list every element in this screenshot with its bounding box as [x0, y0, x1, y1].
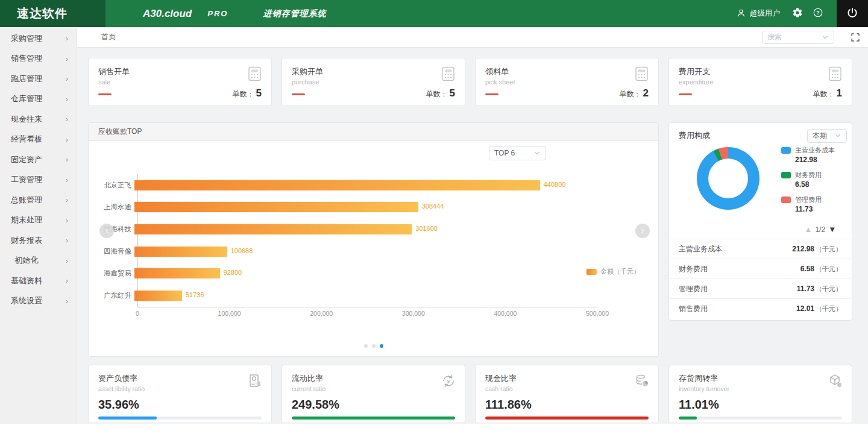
- top-filter-select[interactable]: TOP 6: [489, 146, 546, 160]
- chevron-down-icon: [822, 34, 829, 41]
- fullscreen-button[interactable]: [850, 32, 861, 43]
- bar[interactable]: [134, 180, 540, 190]
- kpi-card[interactable]: 资产负债率asset libility ratio35.96%: [88, 365, 272, 423]
- legend-swatch: [587, 269, 597, 275]
- expense-row: 管理费用11.73（千元）: [669, 279, 852, 299]
- sidebar-item[interactable]: 工资管理›: [0, 170, 77, 190]
- carousel-dot[interactable]: [364, 344, 368, 348]
- donut-legend-item[interactable]: 主营业务成本212.98: [781, 146, 835, 164]
- expense-panel: 费用构成 本期 主营业务成本212.98财务费用6.58管理费用11.73: [668, 122, 852, 321]
- chevron-right-icon: ›: [66, 297, 68, 306]
- kpi-value: 35.96%: [98, 398, 262, 412]
- help-button[interactable]: ?: [808, 0, 828, 27]
- stat-card[interactable]: 领料单pick sheet单数：2: [475, 58, 659, 106]
- svg-text:¥: ¥: [446, 379, 450, 385]
- sidebar-item[interactable]: 初始化›: [0, 251, 77, 271]
- count-value: 5: [256, 87, 262, 99]
- donut-legend-item[interactable]: 财务费用6.58: [781, 171, 835, 189]
- kpi-title: 存货周转率: [679, 373, 842, 384]
- donut-legend-item[interactable]: 管理费用11.73: [781, 195, 835, 213]
- user-icon: [736, 8, 746, 20]
- chevron-right-icon: ›: [66, 95, 68, 104]
- kpi-card[interactable]: 存货周转率inventory turnover11.01%: [668, 365, 852, 423]
- sidebar-item[interactable]: 采购管理›: [0, 28, 77, 49]
- pager-down-icon[interactable]: ▼: [828, 225, 836, 234]
- bar[interactable]: [134, 202, 418, 212]
- sidebar-item[interactable]: 基础资料›: [0, 271, 77, 291]
- x-axis-line: [137, 307, 597, 307]
- count-value: 5: [450, 87, 455, 99]
- bar[interactable]: [134, 224, 412, 234]
- sidebar-item[interactable]: 期末处理›: [0, 210, 77, 231]
- chevron-right-icon: ›: [66, 54, 68, 63]
- kpi-cards-row: 资产负债率asset libility ratio35.96%流动比率curre…: [88, 365, 852, 423]
- x-axis-tick: 300,000: [402, 310, 425, 317]
- breadcrumb[interactable]: 首页: [101, 32, 116, 42]
- kpi-card[interactable]: 流动比率current ratio¥249.58%: [281, 365, 465, 423]
- period-select[interactable]: 本期: [807, 129, 847, 143]
- bar-category-label: 广东红升: [98, 291, 134, 300]
- cash-ratio-icon: [634, 373, 650, 391]
- carousel-next-button[interactable]: ›: [635, 224, 650, 238]
- breadcrumb-bar: 首页 搜索: [77, 27, 868, 48]
- x-axis-tick: 100,000: [218, 310, 241, 317]
- kpi-card[interactable]: 现金比率cash ratio111.86%: [475, 365, 659, 423]
- fullscreen-icon: [851, 33, 860, 42]
- expense-row: 销售费用12.01（千元）: [669, 299, 852, 319]
- sidebar-item[interactable]: 销售管理›: [0, 49, 77, 69]
- sidebar-item[interactable]: 系统设置›: [0, 291, 77, 312]
- kpi-title: 现金比率: [485, 373, 649, 384]
- kpi-progress-fill: [98, 417, 157, 420]
- count-value: 2: [643, 87, 649, 99]
- bar-row: 洪海科技301600: [98, 218, 594, 241]
- search-input[interactable]: 搜索: [762, 31, 834, 44]
- sidebar-item[interactable]: 仓库管理›: [0, 89, 77, 110]
- carousel-dot[interactable]: [380, 344, 383, 348]
- sidebar-item[interactable]: 跑店管理›: [0, 69, 77, 89]
- x-axis-tick: 0: [136, 310, 139, 317]
- kpi-value: 11.01%: [679, 398, 842, 412]
- top-header: 速达软件 A30.cloud PRO 进销存管理系统 超级用户 ?: [0, 0, 868, 27]
- sidebar-item-label: 经营看板: [7, 134, 46, 145]
- sidebar-item[interactable]: 经营看板›: [0, 130, 77, 150]
- sidebar-item[interactable]: 财务报表›: [0, 230, 77, 251]
- sidebar-item[interactable]: 固定资产›: [0, 149, 77, 170]
- expense-value: 6.58: [800, 265, 814, 273]
- expense-donut-area: 主营业务成本212.98财务费用6.58管理费用11.73 ▲ 1/2 ▼: [669, 143, 852, 234]
- chevron-right-icon: ›: [66, 155, 68, 164]
- chevron-right-icon: ›: [66, 216, 68, 225]
- stat-card-subtitle: sale: [98, 78, 262, 86]
- calculator-icon: [634, 66, 650, 84]
- user-menu[interactable]: 超级用户: [736, 8, 780, 20]
- chevron-right-icon: ›: [66, 135, 68, 144]
- legend-swatch: [781, 147, 791, 154]
- bar[interactable]: [134, 268, 220, 278]
- chart-legend[interactable]: 金额（千元）: [587, 267, 640, 276]
- system-name: 进销存管理系统: [263, 8, 326, 19]
- sidebar-item[interactable]: 总账管理›: [0, 190, 77, 210]
- sidebar-item-label: 跑店管理: [7, 74, 46, 84]
- bar-value-label: 301600: [415, 225, 438, 232]
- carousel-dot[interactable]: [372, 344, 376, 348]
- stat-card[interactable]: 采购开单purchase单数：5: [281, 58, 465, 106]
- top-filter-value: TOP 6: [494, 149, 515, 157]
- expense-label: 管理费用: [679, 284, 708, 294]
- stat-card[interactable]: 销售开单sale单数：5: [88, 58, 272, 106]
- legend-label: 金额（千元）: [600, 267, 640, 276]
- bar-rows: 北京正飞440800上海永通308444洪海科技301600四海音像100688…: [98, 174, 594, 307]
- gear-icon: [792, 7, 803, 20]
- product-edition: PRO: [207, 9, 228, 18]
- expense-unit: （千元）: [816, 265, 842, 272]
- stat-card[interactable]: 费用开支expenditure单数：1: [668, 58, 852, 106]
- bar-value-label: 92800: [224, 269, 242, 276]
- bar[interactable]: [134, 247, 227, 257]
- chevron-right-icon: ›: [66, 236, 68, 245]
- stat-cards-row: 销售开单sale单数：5采购开单purchase单数：5领料单pick shee…: [88, 58, 852, 106]
- pager-up-icon[interactable]: ▲: [805, 225, 813, 234]
- bar-row: 广东红升51736: [98, 285, 594, 307]
- logout-button[interactable]: [837, 0, 868, 27]
- carousel-prev-button[interactable]: ‹: [99, 224, 114, 238]
- settings-button[interactable]: [787, 0, 808, 27]
- bar[interactable]: [134, 291, 182, 301]
- sidebar-item[interactable]: 现金往来›: [0, 109, 77, 130]
